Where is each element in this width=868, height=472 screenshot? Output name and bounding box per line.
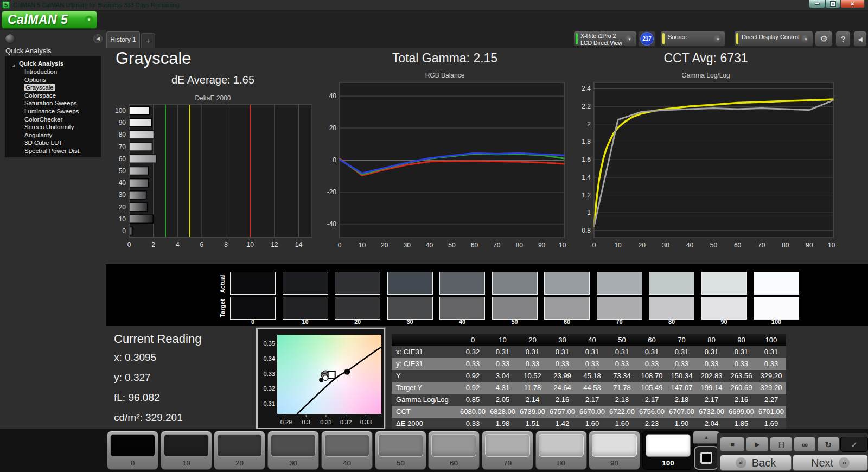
- table-cell: 105.49: [637, 382, 667, 394]
- collapse-right-panel-button[interactable]: ◀: [853, 31, 867, 47]
- ramp-level-label: 0: [230, 318, 276, 325]
- table-cell: 2.18: [667, 394, 697, 406]
- svg-text:0.31: 0.31: [264, 400, 275, 407]
- table-cell: 2.17: [697, 394, 726, 406]
- tree-expander-icon: ◢: [12, 61, 15, 69]
- gray-ramp-band: ActualTarget0102030405060708090100: [106, 264, 868, 326]
- table-cell: 108.70: [637, 370, 667, 382]
- help-button[interactable]: ?: [835, 31, 851, 47]
- ramp-target-swatch-50: [492, 297, 538, 320]
- gray-level-swatch: [217, 434, 262, 457]
- ramp-level-label: 20: [335, 318, 380, 325]
- gray-level-button-10[interactable]: 10: [161, 431, 212, 470]
- gray-level-label: 0: [107, 459, 158, 467]
- ramp-actual-swatch-70: [597, 272, 642, 295]
- svg-text:0.29: 0.29: [280, 419, 292, 425]
- rgb-balance-plot: 40200-20-400102030405060708090100: [323, 80, 566, 250]
- table-cell: 2.17: [577, 394, 607, 406]
- gray-level-button-40[interactable]: 40: [321, 431, 373, 470]
- sidebar-item-spectral-power-dist-[interactable]: Spectral Power Dist.: [5, 147, 101, 155]
- table-cell: 0.31: [726, 346, 756, 358]
- svg-text:1.8: 1.8: [582, 138, 591, 145]
- svg-text:1.6: 1.6: [582, 156, 591, 163]
- expand-bottom-panel-button[interactable]: ▲: [693, 431, 720, 444]
- loop-button[interactable]: ↻: [817, 437, 839, 452]
- ramp-level-label: 30: [387, 318, 433, 325]
- pattern-window-button[interactable]: [694, 446, 719, 470]
- table-cell: 0.33: [577, 358, 607, 370]
- table-row-label: Y: [392, 370, 458, 382]
- sidebar-item-colorspace[interactable]: Colorspace: [5, 92, 101, 100]
- add-tab-button[interactable]: +: [141, 33, 155, 48]
- collapse-sidebar-button[interactable]: ◀: [93, 34, 103, 43]
- gray-level-button-90[interactable]: 90: [589, 431, 640, 470]
- svg-text:0.35: 0.35: [264, 340, 275, 347]
- svg-text:0.32: 0.32: [340, 419, 352, 425]
- svg-text:1: 1: [587, 209, 591, 216]
- gray-level-button-70[interactable]: 70: [482, 431, 533, 470]
- gear-icon: ⚙: [820, 34, 827, 43]
- calman-logo-button[interactable]: CalMAN 5 ▼: [2, 11, 97, 29]
- play-button[interactable]: ▶: [746, 437, 769, 452]
- svg-text:30: 30: [404, 241, 411, 249]
- display-control-dropdown[interactable]: Direct Display Control ▼: [734, 31, 813, 47]
- close-icon: ✕: [850, 1, 854, 7]
- svg-text:10: 10: [359, 241, 366, 249]
- tab-history-1[interactable]: History 1: [106, 31, 140, 48]
- workflow-knob-button[interactable]: [5, 34, 15, 44]
- svg-text:50: 50: [710, 241, 718, 249]
- gray-level-button-30[interactable]: 30: [267, 431, 319, 470]
- sidebar-item-introduction[interactable]: Introduction: [5, 68, 101, 76]
- svg-text:70: 70: [119, 143, 126, 151]
- meter-count-button[interactable]: 217: [638, 31, 656, 47]
- minimize-button[interactable]: [809, 0, 825, 8]
- stop-button[interactable]: ■: [720, 437, 745, 452]
- gray-level-label: 40: [322, 459, 372, 467]
- rgb-balance-chart: RGB Balance 40200-20-4001020304050607080…: [323, 72, 566, 252]
- close-button[interactable]: ✕: [840, 0, 865, 8]
- settings-button[interactable]: ⚙: [815, 31, 833, 47]
- ramp-actual-swatch-80: [649, 272, 694, 295]
- single-measure-button[interactable]: [··]: [770, 437, 793, 452]
- chevron-up-icon: ▲: [704, 435, 709, 440]
- maximize-button[interactable]: [825, 0, 840, 8]
- next-button[interactable]: Next »: [793, 455, 868, 471]
- table-cell: 6722.00: [607, 406, 637, 418]
- continuous-measure-button[interactable]: ∞: [794, 437, 816, 452]
- sidebar-item-luminance-sweeps[interactable]: Luminance Sweeps: [5, 107, 101, 116]
- gray-level-button-60[interactable]: 60: [428, 431, 480, 470]
- svg-text:20: 20: [639, 241, 646, 249]
- gray-level-button-20[interactable]: 20: [214, 431, 265, 470]
- meter-dropdown[interactable]: X-Rite i1Pro 2 LCD Direct View ▼: [573, 31, 637, 47]
- ramp-actual-swatch-100: [754, 272, 799, 295]
- sidebar-item-saturation-sweeps[interactable]: Saturation Sweeps: [5, 99, 101, 107]
- table-cell: 10.52: [518, 370, 547, 382]
- table-cell: 6080.00: [458, 406, 488, 418]
- gray-level-button-0[interactable]: 0: [107, 431, 158, 470]
- cie-plot: 0.310.320.330.340.350.290.30.310.320.33: [258, 329, 384, 428]
- sidebar-item-screen-uniformity[interactable]: Screen Uniformity: [5, 123, 101, 131]
- tree-root-quick-analysis[interactable]: ◢ Quick Analysis: [5, 60, 101, 68]
- loop-icon: ↻: [825, 440, 832, 449]
- gray-level-button-80[interactable]: 80: [535, 431, 587, 470]
- table-cell: 6828.00: [488, 406, 518, 418]
- table-cell: 0.33: [607, 358, 637, 370]
- back-button[interactable]: « Back: [720, 455, 792, 471]
- table-cell: 329.20: [756, 370, 786, 382]
- table-cell: 6699.00: [726, 406, 756, 418]
- source-dropdown[interactable]: Source ▼: [660, 31, 725, 47]
- sidebar-item-colorchecker[interactable]: ColorChecker: [5, 116, 101, 124]
- ramp-target-swatch-100: [754, 297, 799, 320]
- page-title: Grayscale: [116, 49, 192, 68]
- sidebar-item-grayscale[interactable]: Grayscale: [5, 84, 101, 92]
- sidebar-item-options[interactable]: Options: [5, 76, 101, 84]
- ramp-target-swatch-30: [387, 297, 433, 320]
- gray-level-button-50[interactable]: 50: [375, 431, 426, 470]
- table-cell: 0.32: [458, 346, 488, 358]
- accept-button[interactable]: ✓: [840, 437, 868, 452]
- gray-level-swatch: [271, 434, 316, 457]
- sidebar-item-3d-cube-lut[interactable]: 3D Cube LUT: [5, 139, 101, 147]
- sidebar-item-angularity[interactable]: Angularity: [5, 131, 101, 139]
- minimize-icon: [815, 3, 820, 5]
- gray-level-button-100[interactable]: 100: [642, 431, 694, 470]
